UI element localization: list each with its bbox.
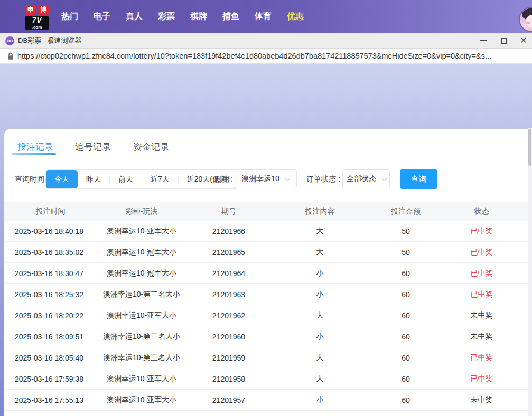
cell-amount: 60	[369, 396, 443, 404]
browser-titlebar: DB DB彩票 - 极速浏览器 ✕	[0, 33, 532, 49]
cell-bet-time: 2025-03-16 18:35:02	[4, 248, 97, 257]
cell-bet-time: 2025-03-16 18:30:47	[4, 269, 97, 278]
cell-game: 澳洲幸运10-亚军大小	[97, 311, 186, 320]
cell-bet-time: 2025-03-16 18:05:40	[4, 354, 97, 362]
cell-game: 澳洲幸运10-冠军大小	[97, 269, 186, 278]
time-option-daybefore[interactable]: 前天	[110, 170, 142, 188]
tabs-divider	[4, 157, 528, 157]
cell-status: 已中奖	[443, 353, 520, 363]
close-icon: ✕	[520, 36, 527, 45]
search-button[interactable]: 查询	[400, 169, 437, 189]
cell-game: 澳洲幸运10-第三名大小	[97, 290, 186, 299]
table-row: 2025-03-16 17:55:13 澳洲幸运10-亚军大小 21201957…	[4, 390, 528, 411]
page-background: 投注记录 追号记录 资金记录 查询时间 : 今天 昨天 前天 近7天 近20天(…	[0, 64, 532, 416]
time-option-7days[interactable]: 近7天	[142, 170, 178, 188]
browser-urlbar[interactable]: https://ctop02pchwp1.zfnc84.com/lottery/…	[0, 49, 532, 64]
nav-item-sports[interactable]: 体育	[255, 11, 272, 22]
cell-status: 已中奖	[443, 290, 520, 299]
lottery-select-value: 澳洲幸运10	[241, 174, 279, 184]
tab-chase-records[interactable]: 追号记录	[74, 141, 112, 155]
page-scrollbar[interactable]	[528, 128, 532, 416]
col-header-status: 状态	[443, 207, 520, 216]
time-filter-label: 查询时间 :	[15, 169, 49, 188]
nav-item-fishing[interactable]: 捕鱼	[222, 11, 239, 22]
table-body: 2025-03-16 18:40:18 澳洲幸运10-亚军大小 21201966…	[4, 221, 528, 411]
nav-item-lottery[interactable]: 彩票	[158, 11, 175, 22]
cell-status: 未中奖	[443, 311, 520, 320]
url-text[interactable]: https://ctop02pchwp1.zfnc84.com/lottery/…	[17, 49, 527, 64]
table-row: 2025-03-16 18:30:47 澳洲幸运10-冠军大小 21201964…	[4, 263, 528, 284]
table-row: 2025-03-16 18:25:32 澳洲幸运10-第三名大小 2120196…	[4, 284, 528, 305]
time-option-yesterday[interactable]: 昨天	[78, 170, 109, 188]
logo-badge-2: 博	[38, 5, 49, 15]
lottery-select[interactable]: 澳洲幸运10	[234, 169, 297, 188]
col-header-game: 彩种-玩法	[97, 207, 186, 216]
cell-bet-time: 2025-03-16 18:25:32	[4, 290, 97, 299]
lottery-filter-label: 彩种 :	[214, 169, 233, 188]
cell-bet-time: 2025-03-16 18:40:18	[4, 227, 97, 235]
order-status-select[interactable]: 全部状态	[342, 169, 390, 188]
cell-bet-time: 2025-03-16 17:55:13	[4, 396, 97, 404]
table-row: 2025-03-16 18:09:51 澳洲幸运10-第三名大小 2120196…	[4, 326, 528, 347]
cell-issue: 21201959	[186, 354, 271, 362]
cell-bet-time: 2025-03-16 17:59:38	[4, 375, 97, 383]
cell-game: 澳洲幸运10-冠军大小	[97, 248, 186, 257]
browser-tab-favicon: DB	[5, 36, 14, 45]
cell-amount: 50	[369, 227, 443, 235]
logo-main-text: 7V	[25, 16, 49, 25]
cell-amount: 50	[369, 248, 443, 257]
cell-status: 已中奖	[443, 248, 520, 257]
minimize-icon	[480, 40, 487, 41]
cell-game: 澳洲幸运10-亚军大小	[97, 374, 186, 384]
col-header-amount: 投注金额	[369, 207, 443, 216]
maximize-button[interactable]	[496, 33, 511, 49]
cell-game: 澳洲幸运10-第三名大小	[97, 332, 186, 342]
cell-game: 澳洲幸运10-亚军大小	[97, 395, 186, 405]
nav-item-cards[interactable]: 棋牌	[190, 11, 207, 22]
nav-item-slots[interactable]: 电子	[94, 11, 110, 22]
cell-amount: 60	[369, 333, 443, 341]
table-row: 2025-03-16 18:40:18 澳洲幸运10-亚军大小 21201966…	[4, 221, 528, 242]
cell-status: 已中奖	[443, 269, 520, 278]
status-filter-label: 订单状态 :	[306, 169, 340, 188]
cell-issue: 21201964	[186, 269, 271, 278]
cell-bet-time: 2025-03-16 18:09:51	[4, 333, 97, 341]
summary-expected-amount: 预计投注金额: 520	[410, 411, 475, 416]
content-card: 投注记录 追号记录 资金记录 查询时间 : 今天 昨天 前天 近7天 近20天(…	[4, 129, 528, 416]
site-logo[interactable]: 申 博 7V .com	[25, 5, 50, 30]
table-row: 2025-03-16 18:35:02 澳洲幸运10-冠军大小 21201965…	[4, 242, 528, 263]
cell-issue: 21201957	[186, 396, 271, 404]
cell-amount: 60	[369, 269, 443, 278]
cell-issue: 21201965	[186, 248, 271, 257]
summary-valid-amount: 有效投注金额	[490, 411, 528, 416]
cell-issue: 21201963	[186, 290, 271, 299]
time-option-today[interactable]: 今天	[46, 170, 78, 188]
nav-item-live[interactable]: 真人	[126, 11, 143, 22]
close-button[interactable]: ✕	[516, 33, 531, 49]
chevron-down-icon	[285, 175, 291, 181]
cell-content: 小	[271, 269, 369, 278]
active-tab-underline	[12, 153, 56, 155]
cell-content: 大	[271, 248, 369, 257]
site-navbar: 申 博 7V .com 热门 电子 真人 彩票 棋牌 捕鱼 体育 优惠	[0, 0, 532, 33]
col-header-issue: 期号	[186, 207, 271, 216]
nav-item-promo[interactable]: 优惠	[287, 11, 304, 22]
scrollbar-thumb[interactable]	[528, 129, 531, 166]
cell-content: 大	[271, 374, 369, 384]
maximize-icon	[501, 38, 507, 44]
cell-content: 小	[271, 395, 369, 405]
cell-issue: 21201960	[186, 333, 271, 341]
time-filter-group: 今天 昨天 前天 近7天 近20天(低频)	[45, 169, 239, 189]
minimize-button[interactable]	[475, 33, 491, 49]
user-avatar[interactable]	[519, 7, 532, 32]
cell-bet-time: 2025-03-16 18:20:22	[4, 311, 97, 320]
cell-issue: 21201966	[186, 227, 271, 235]
nav-item-hot[interactable]: 热门	[61, 11, 78, 22]
col-header-bet-time: 投注时间	[4, 207, 97, 216]
cell-status: 未中奖	[443, 395, 520, 405]
cell-issue: 21201962	[186, 311, 271, 320]
site-nav-items: 热门 电子 真人 彩票 棋牌 捕鱼 体育 优惠	[61, 0, 304, 33]
cell-content: 大	[271, 311, 369, 320]
order-status-value: 全部状态	[347, 174, 376, 184]
tab-fund-records[interactable]: 资金记录	[132, 141, 170, 155]
